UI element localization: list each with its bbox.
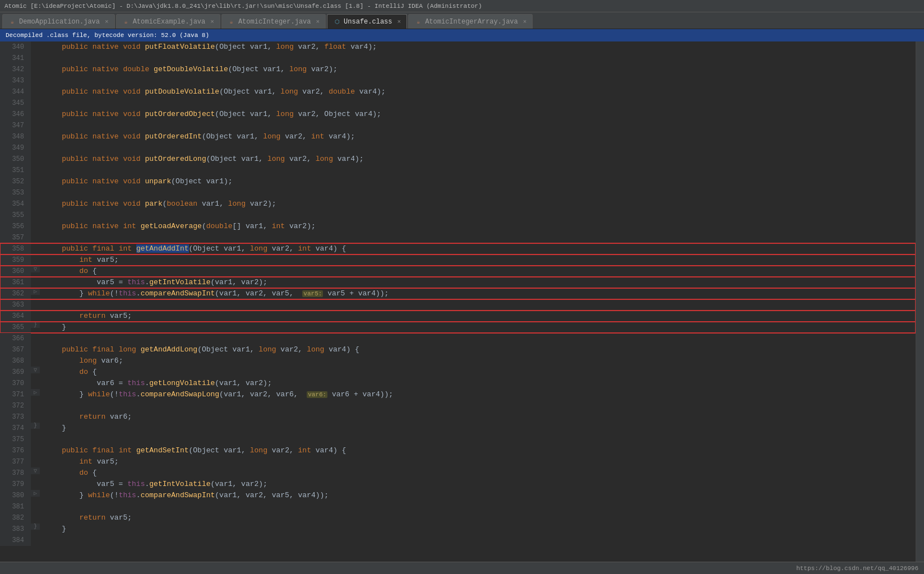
- line-number: 359: [0, 254, 31, 266]
- tab-label: DemoApplication.java: [19, 18, 100, 26]
- line-content: } while(!this.compareAndSwapLong(var1, v…: [40, 389, 916, 400]
- tab-icon-java: ☕: [414, 18, 422, 26]
- tab-unsafe[interactable]: ⬡Unsafe.class×: [327, 14, 407, 29]
- tab-close-button[interactable]: ×: [523, 18, 527, 25]
- line-number: 347: [0, 120, 31, 131]
- tab-atomic[interactable]: ☕AtomicExample.java×: [116, 14, 220, 29]
- line-number: 371: [0, 389, 31, 400]
- line-number: 375: [0, 434, 31, 445]
- code-line: 371▷ } while(!this.compareAndSwapLong(va…: [0, 389, 916, 400]
- tab-label: AtomicExample.java: [133, 18, 206, 26]
- code-line: 341: [0, 53, 916, 64]
- line-content: public native void putOrderedInt(Object …: [40, 131, 916, 142]
- line-number: 378: [0, 467, 31, 479]
- tab-demo[interactable]: ☕DemoApplication.java×: [2, 14, 115, 29]
- line-number: 370: [0, 378, 31, 389]
- line-number: 345: [0, 98, 31, 109]
- code-line: 373 return var6;: [0, 411, 916, 423]
- line-number: 351: [0, 165, 31, 176]
- tab-close-button[interactable]: ×: [105, 18, 109, 25]
- line-gutter: ▽: [31, 266, 40, 272]
- code-line: 355: [0, 210, 916, 221]
- tab-close-button[interactable]: ×: [210, 18, 214, 25]
- code-line: 352 public native void unpark(Object var…: [0, 176, 916, 187]
- line-content: return var6;: [40, 411, 916, 423]
- code-line: 359 int var5;: [0, 254, 916, 266]
- line-gutter: }: [31, 423, 40, 429]
- line-content: do {: [40, 467, 916, 479]
- line-content: public native int getLoadAverage(double[…: [40, 221, 916, 232]
- line-number: 376: [0, 445, 31, 456]
- line-number: 343: [0, 75, 31, 86]
- line-number: 381: [0, 501, 31, 512]
- code-line: 340 public native void putFloatVolatile(…: [0, 41, 916, 53]
- line-number: 373: [0, 411, 31, 423]
- code-lines: 340 public native void putFloatVolatile(…: [0, 41, 916, 546]
- code-line: 380▷ } while(!this.compareAndSwapInt(var…: [0, 490, 916, 501]
- line-number: 352: [0, 176, 31, 187]
- code-line: 342 public native double getDoubleVolati…: [0, 64, 916, 75]
- code-line: 347: [0, 120, 916, 131]
- line-number: 374: [0, 423, 31, 434]
- title-text: Atomic [E:\ideaProject\Atomic] - D:\Java…: [4, 3, 482, 10]
- line-content: var5 = this.getIntVolatile(var1, var2);: [40, 479, 916, 490]
- code-scroll[interactable]: 340 public native void putFloatVolatile(…: [0, 41, 916, 574]
- code-line: 348 public native void putOrderedInt(Obj…: [0, 131, 916, 142]
- code-line: 365} }: [0, 322, 916, 333]
- line-number: 353: [0, 187, 31, 198]
- tab-label: AtomicIntegerArray.java: [425, 18, 518, 26]
- line-content: public final long getAndAddLong(Object v…: [40, 344, 916, 355]
- code-line: 346 public native void putOrderedObject(…: [0, 109, 916, 120]
- line-content: public native void unpark(Object var1);: [40, 176, 916, 187]
- line-number: 372: [0, 400, 31, 411]
- tab-atomicint[interactable]: ☕AtomicInteger.java×: [221, 14, 326, 29]
- line-content: public native void putOrderedObject(Obje…: [40, 109, 916, 120]
- line-number: 356: [0, 221, 31, 232]
- code-line: 357: [0, 232, 916, 243]
- line-gutter: }: [31, 322, 40, 328]
- bottom-url: https://blog.csdn.net/qq_40126996: [796, 565, 918, 572]
- tab-label: AtomicInteger.java: [238, 18, 311, 26]
- info-text: Decompiled .class file, bytecode version…: [6, 32, 209, 39]
- line-content: }: [40, 322, 916, 333]
- code-line: 361 var5 = this.getIntVolatile(var1, var…: [0, 277, 916, 288]
- line-content: public native void putFloatVolatile(Obje…: [40, 41, 916, 53]
- code-line: 349: [0, 142, 916, 154]
- line-content: }: [40, 423, 916, 434]
- tab-icon-java: ☕: [122, 18, 130, 26]
- line-number: 344: [0, 86, 31, 98]
- code-line: 367 public final long getAndAddLong(Obje…: [0, 344, 916, 355]
- tab-bar: ☕DemoApplication.java×☕AtomicExample.jav…: [0, 12, 924, 29]
- code-line: 383} }: [0, 524, 916, 535]
- line-number: 355: [0, 210, 31, 221]
- line-content: var6 = this.getLongVolatile(var1, var2);: [40, 378, 916, 389]
- code-line: 382 return var5;: [0, 512, 916, 524]
- line-number: 365: [0, 322, 31, 333]
- bottom-bar: https://blog.csdn.net/qq_40126996: [0, 562, 924, 574]
- line-number: 366: [0, 333, 31, 344]
- code-line: 381: [0, 501, 916, 512]
- code-line: 345: [0, 98, 916, 109]
- main-content: 340 public native void putFloatVolatile(…: [0, 41, 924, 574]
- line-content: int var5;: [40, 254, 916, 266]
- line-content: public native void putDoubleVolatile(Obj…: [40, 86, 916, 98]
- line-gutter: ▷: [31, 490, 40, 497]
- code-line: 350 public native void putOrderedLong(Ob…: [0, 154, 916, 165]
- line-content: public native void park(boolean var1, lo…: [40, 198, 916, 210]
- line-content: do {: [40, 367, 916, 378]
- line-content: var5 = this.getIntVolatile(var1, var2);: [40, 277, 916, 288]
- line-number: 380: [0, 490, 31, 501]
- line-content: return var5;: [40, 311, 916, 322]
- line-number: 379: [0, 479, 31, 490]
- line-number: 363: [0, 299, 31, 311]
- line-number: 342: [0, 64, 31, 75]
- line-gutter: }: [31, 524, 40, 530]
- line-content: public native double getDoubleVolatile(O…: [40, 64, 916, 75]
- tab-atomicintarray[interactable]: ☕AtomicIntegerArray.java×: [408, 14, 533, 29]
- code-line: 353: [0, 187, 916, 198]
- tab-close-button[interactable]: ×: [398, 18, 401, 25]
- line-number: 361: [0, 277, 31, 288]
- tab-close-button[interactable]: ×: [316, 18, 320, 25]
- code-line: 363: [0, 299, 916, 311]
- code-line: 351: [0, 165, 916, 176]
